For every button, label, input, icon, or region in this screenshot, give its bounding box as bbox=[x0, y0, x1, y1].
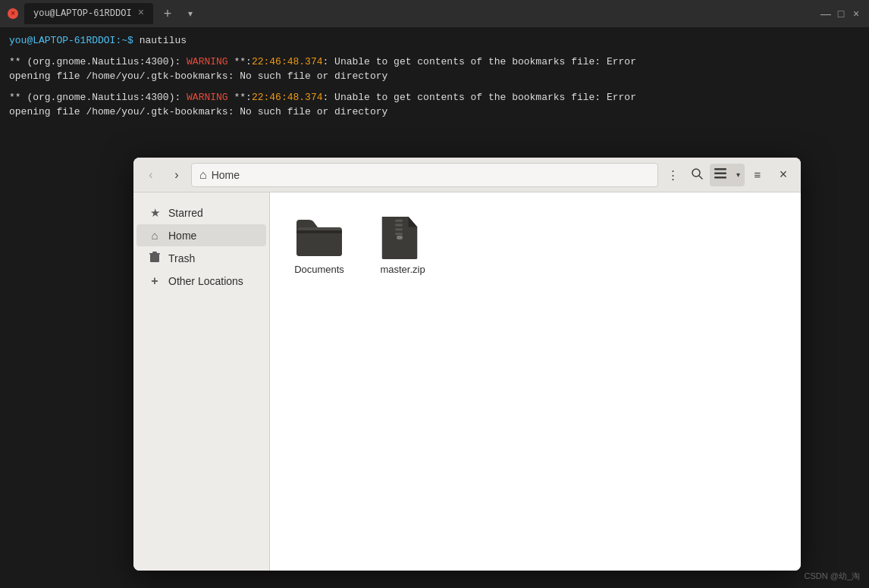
warning1-label: WARNING bbox=[187, 56, 228, 67]
new-tab-button[interactable]: + bbox=[159, 5, 176, 22]
svg-rect-8 bbox=[395, 220, 403, 222]
warning2-msg: : Unable to get contents of the bookmark… bbox=[323, 92, 636, 103]
search-icon bbox=[691, 167, 703, 182]
nautilus-close-button[interactable]: × bbox=[772, 164, 795, 186]
terminal-titlebar: you@LAPTOP-61RDDOI × + ▾ — □ × bbox=[0, 0, 869, 27]
warning1-msg: : Unable to get contents of the bookmark… bbox=[323, 56, 636, 67]
warning1-time: 22:46:48.374 bbox=[252, 56, 323, 67]
master-zip-label: master.zip bbox=[380, 264, 425, 275]
hamburger-button[interactable]: ≡ bbox=[746, 164, 769, 186]
plus-icon: + bbox=[149, 274, 161, 288]
maximize-button[interactable]: □ bbox=[836, 8, 846, 19]
sidebar-item-starred[interactable]: ★ Starred bbox=[136, 202, 266, 224]
svg-rect-12 bbox=[397, 236, 403, 239]
warning1-msg2: opening file /home/you/.gtk-bookmarks: N… bbox=[9, 70, 387, 82]
view-dropdown-button[interactable]: ▾ bbox=[731, 164, 745, 186]
terminal-content: you@LAPTOP-61RDDOI:~$ nautilus ** (org.g… bbox=[0, 27, 869, 126]
warning2-suffix: **: bbox=[228, 92, 252, 103]
warning2-time: 22:46:48.374 bbox=[252, 92, 323, 103]
prompt-user: you@LAPTOP-61RDDOI:~$ bbox=[9, 35, 133, 46]
close-icon: × bbox=[780, 167, 788, 183]
header-actions: ⋮ bbox=[661, 164, 769, 186]
svg-rect-11 bbox=[395, 233, 403, 235]
svg-rect-4 bbox=[714, 177, 726, 179]
svg-rect-7 bbox=[152, 252, 157, 253]
watermark-text: CSDN @幼_淘 bbox=[804, 571, 860, 580]
warning-line-2: ** (org.gnome.Nautilus:4300): WARNING **… bbox=[9, 90, 860, 105]
warning1-prefix: ** (org.gnome.Nautilus:4300): bbox=[9, 56, 187, 67]
prompt-line: you@LAPTOP-61RDDOI:~$ nautilus bbox=[9, 33, 860, 48]
sidebar-item-home[interactable]: ⌂ Home bbox=[136, 224, 266, 246]
back-icon: ‹ bbox=[149, 168, 152, 182]
terminal-tab[interactable]: you@LAPTOP-61RDDOI × bbox=[24, 3, 153, 24]
sidebar-home-label: Home bbox=[168, 230, 196, 242]
minimize-button[interactable]: — bbox=[820, 8, 831, 19]
warning2-label: WARNING bbox=[187, 92, 228, 103]
documents-label: Documents bbox=[294, 264, 344, 275]
warning2-msg2: opening file /home/you/.gtk-bookmarks: N… bbox=[9, 106, 387, 117]
file-item-documents[interactable]: Documents bbox=[285, 208, 353, 281]
terminal-tab-label: you@LAPTOP-61RDDOI bbox=[33, 8, 132, 20]
warning1-suffix: **: bbox=[228, 56, 252, 67]
folder-icon-documents bbox=[293, 214, 345, 259]
forward-icon: › bbox=[174, 168, 178, 182]
sidebar-other-label: Other Locations bbox=[168, 275, 243, 287]
sidebar: ★ Starred ⌂ Home Trash + Other bbox=[133, 192, 270, 571]
command-text: nautilus bbox=[140, 35, 187, 46]
menu-dots-icon: ⋮ bbox=[667, 168, 679, 182]
svg-rect-2 bbox=[714, 168, 726, 170]
home-path-icon: ⌂ bbox=[199, 168, 207, 182]
nautilus-body: ★ Starred ⌂ Home Trash + Other bbox=[133, 192, 801, 571]
warning2-prefix: ** (org.gnome.Nautilus:4300): bbox=[9, 92, 187, 103]
trash-icon bbox=[149, 251, 161, 265]
path-bar[interactable]: ⌂ Home bbox=[191, 163, 658, 187]
sidebar-starred-label: Starred bbox=[168, 207, 203, 219]
list-view-icon bbox=[714, 168, 726, 181]
menu-button[interactable]: ⋮ bbox=[661, 164, 684, 186]
sidebar-item-trash[interactable]: Trash bbox=[136, 246, 266, 270]
warning-line-2b: opening file /home/you/.gtk-bookmarks: N… bbox=[9, 105, 860, 120]
nautilus-window: ‹ › ⌂ Home ⋮ bbox=[133, 158, 801, 571]
path-label: Home bbox=[212, 169, 240, 181]
warning-line-1b: opening file /home/you/.gtk-bookmarks: N… bbox=[9, 69, 860, 84]
list-view-button[interactable] bbox=[710, 164, 731, 186]
file-item-master-zip[interactable]: master.zip bbox=[369, 208, 437, 281]
search-button[interactable] bbox=[685, 164, 708, 186]
watermark: CSDN @幼_淘 bbox=[804, 571, 860, 582]
back-button[interactable]: ‹ bbox=[140, 164, 162, 186]
window-controls: — □ × bbox=[820, 8, 861, 19]
terminal-tab-close-icon[interactable]: × bbox=[138, 6, 144, 21]
svg-line-1 bbox=[699, 176, 702, 179]
file-area: Documents bbox=[270, 192, 801, 571]
sidebar-trash-label: Trash bbox=[168, 252, 195, 264]
view-toggle: ▾ bbox=[710, 164, 745, 186]
svg-rect-6 bbox=[149, 253, 160, 255]
home-icon: ⌂ bbox=[149, 229, 161, 242]
warning-line-1: ** (org.gnome.Nautilus:4300): WARNING **… bbox=[9, 55, 860, 70]
star-icon: ★ bbox=[149, 206, 161, 220]
svg-rect-10 bbox=[395, 228, 403, 230]
zip-icon bbox=[377, 214, 428, 259]
sidebar-item-other-locations[interactable]: + Other Locations bbox=[136, 270, 266, 292]
svg-rect-5 bbox=[150, 254, 159, 262]
svg-rect-3 bbox=[714, 173, 726, 175]
terminal-close-button[interactable] bbox=[8, 8, 18, 19]
chevron-down-icon: ▾ bbox=[736, 170, 740, 179]
nautilus-header: ‹ › ⌂ Home ⋮ bbox=[133, 158, 801, 192]
close-window-button[interactable]: × bbox=[851, 8, 861, 19]
tab-dropdown-button[interactable]: ▾ bbox=[182, 5, 199, 22]
hamburger-icon: ≡ bbox=[754, 168, 761, 181]
forward-button[interactable]: › bbox=[165, 164, 188, 186]
svg-rect-9 bbox=[395, 224, 403, 227]
